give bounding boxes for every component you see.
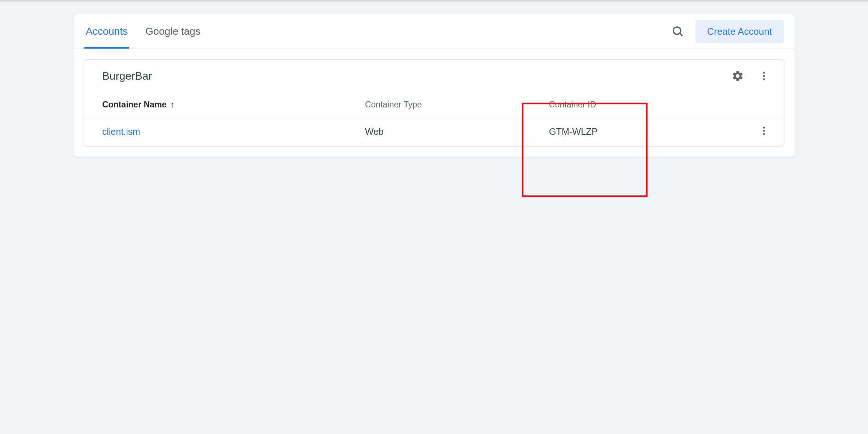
svg-point-7 bbox=[763, 133, 765, 135]
container-name-link[interactable]: client.ism bbox=[102, 126, 365, 137]
account-header: BurgerBar bbox=[84, 60, 784, 92]
column-container-name-label: Container Name bbox=[102, 100, 166, 110]
tab-google-tags[interactable]: Google tags bbox=[144, 14, 202, 49]
table-header: Container Name ↑ Container Type Containe… bbox=[84, 92, 784, 117]
header-row: Accounts Google tags Create Account bbox=[73, 14, 795, 49]
svg-point-4 bbox=[763, 78, 765, 80]
column-container-id: Container ID bbox=[549, 100, 733, 110]
svg-point-2 bbox=[763, 72, 765, 74]
svg-line-1 bbox=[680, 33, 683, 36]
account-section: BurgerBar bbox=[73, 49, 795, 157]
account-actions bbox=[731, 70, 769, 82]
account-card: BurgerBar bbox=[84, 59, 784, 146]
account-name: BurgerBar bbox=[102, 70, 152, 82]
svg-point-3 bbox=[763, 75, 765, 77]
column-container-name[interactable]: Container Name ↑ bbox=[102, 100, 365, 110]
container-type-value: Web bbox=[365, 126, 549, 137]
svg-point-6 bbox=[763, 130, 765, 132]
sort-ascending-icon: ↑ bbox=[170, 100, 174, 110]
svg-point-0 bbox=[673, 27, 681, 34]
create-account-button[interactable]: Create Account bbox=[695, 20, 784, 43]
tabs: Accounts Google tags bbox=[84, 14, 202, 49]
gear-icon[interactable] bbox=[731, 70, 744, 82]
header-actions: Create Account bbox=[671, 20, 784, 43]
search-icon[interactable] bbox=[671, 25, 684, 38]
table-row: client.ism Web GTM-WLZP bbox=[84, 117, 784, 146]
tab-accounts[interactable]: Accounts bbox=[84, 14, 129, 49]
container-id-value: GTM-WLZP bbox=[549, 126, 733, 137]
row-more-vert-icon[interactable] bbox=[758, 125, 769, 138]
svg-point-5 bbox=[763, 127, 765, 129]
column-container-type: Container Type bbox=[365, 100, 549, 110]
more-vert-icon[interactable] bbox=[758, 71, 769, 81]
accounts-card: Accounts Google tags Create Account Burg… bbox=[73, 14, 795, 157]
